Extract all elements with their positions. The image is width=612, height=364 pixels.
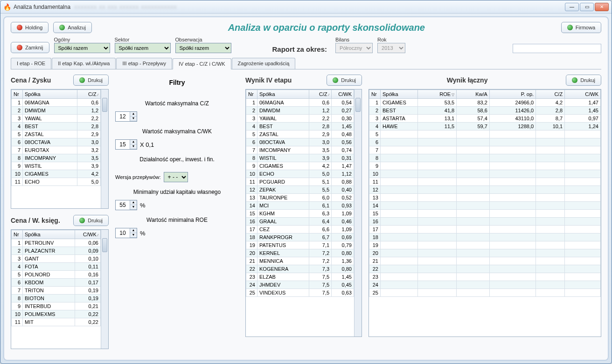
table-row[interactable]: 2BEST41,858,611426,02,81,45 — [369, 107, 601, 115]
table-row[interactable]: 15 — [369, 210, 601, 218]
table-row[interactable]: 14 — [369, 202, 601, 210]
obserwacja-select[interactable]: Spółki razem — [175, 43, 231, 53]
table-row[interactable]: 8BIOTON0,19 — [12, 295, 101, 302]
analizuj-button[interactable]: Analizuj — [53, 22, 92, 33]
table-row[interactable]: 4BEST2,81,45 — [246, 123, 354, 130]
col-nr[interactable]: Nr — [12, 230, 23, 239]
table-row[interactable]: 16GRAAL6,40,46 — [246, 218, 354, 226]
table-row[interactable]: 2DMWDM1,2 — [12, 107, 101, 115]
maximize-button[interactable]: ▭ — [580, 3, 594, 11]
firmowa-button[interactable]: Firmowa — [561, 22, 601, 33]
table-row[interactable]: 19PATENTUS7,10,79 — [246, 241, 354, 249]
table-row[interactable]: 11ECHO5,0 — [12, 178, 101, 186]
scrollbar[interactable] — [354, 89, 362, 337]
col-pop[interactable]: P. op. — [489, 90, 536, 99]
table-row[interactable]: 15KGHM6,31,09 — [246, 210, 354, 218]
col-cz[interactable]: C/Z/ — [77, 90, 101, 99]
table-row[interactable]: 24JHMDEV7,50,45 — [246, 281, 354, 289]
col-cz[interactable]: C/Z — [536, 90, 565, 99]
holding-button[interactable]: Holding — [11, 22, 49, 33]
col-spolka[interactable]: Spółka — [23, 90, 77, 99]
table-row[interactable]: 17 — [369, 226, 601, 234]
max-cwk-spinner[interactable]: ▲▼ — [115, 139, 137, 150]
col-spolka[interactable]: Spółka — [257, 90, 309, 99]
tab-4[interactable]: Zagrożenie upadłością — [232, 58, 296, 69]
table-row[interactable]: 11MIT0,22 — [12, 318, 101, 326]
col-roe[interactable]: ROE▽ — [418, 90, 457, 99]
table-row[interactable]: 3GANT0,10 — [12, 255, 101, 263]
col-spolka[interactable]: Spółka — [23, 230, 75, 239]
tab-3[interactable]: IV etap - C/Z i C/WK — [173, 58, 231, 69]
spin-down-icon[interactable]: ▼ — [130, 117, 137, 121]
spin-up-icon[interactable]: ▲ — [130, 112, 137, 117]
table-row[interactable]: 18RANKPROGR6,70,69 — [246, 234, 354, 241]
table-row[interactable]: 5ZASTAL2,90,48 — [246, 130, 354, 138]
table-row[interactable]: 4FOTA0,11 — [12, 263, 101, 271]
drukuj-cz-button[interactable]: Drukuj — [73, 75, 109, 86]
spin-up-icon[interactable]: ▲ — [130, 228, 137, 233]
table-row[interactable]: 608OCTAVA3,00,56 — [246, 138, 354, 146]
col-cwk[interactable]: C/WK/ — [75, 230, 101, 239]
tab-1[interactable]: II etap Kap. wł./Aktywa — [52, 58, 116, 69]
table-row[interactable]: 22 — [369, 265, 601, 273]
wynikL-grid[interactable]: Nr Spółka ROE▽ Kw/A P. op. C/Z C/WK 1CIG… — [369, 89, 601, 337]
col-nr[interactable]: Nr — [369, 90, 381, 99]
table-row[interactable]: 22KOGENERA7,30,80 — [246, 265, 354, 273]
table-row[interactable]: 10POLIMEXMS0,22 — [12, 310, 101, 318]
udz-spinner[interactable]: ▲▼ — [115, 200, 137, 210]
table-row[interactable]: 9WISTIL3,9 — [12, 162, 101, 170]
table-row[interactable]: 106MAGNA0,60,54 — [246, 99, 354, 107]
table-row[interactable]: 16 — [369, 218, 601, 226]
col-spolka[interactable]: Spółka — [381, 90, 418, 99]
table-row[interactable]: 7 — [369, 146, 601, 154]
table-row[interactable]: 5ZASTAL2,9 — [12, 130, 101, 138]
roe-spinner[interactable]: ▲▼ — [115, 228, 137, 238]
table-row[interactable]: 12 — [369, 186, 601, 194]
table-row[interactable]: 6KBDOM0,17 — [12, 279, 101, 287]
table-row[interactable]: 25 — [369, 289, 601, 297]
table-row[interactable]: 2PLAZACNTR0,09 — [12, 247, 101, 255]
table-row[interactable]: 23ELZAB7,51,45 — [246, 273, 354, 281]
col-cwk[interactable]: C/WK — [332, 90, 354, 99]
table-row[interactable]: 5 — [369, 130, 601, 138]
close-button[interactable]: ✕ — [595, 3, 609, 11]
table-row[interactable]: 8 — [369, 154, 601, 162]
table-row[interactable]: 8WISTIL3,90,31 — [246, 154, 354, 162]
table-row[interactable]: 7EUROTAX3,2 — [12, 146, 101, 154]
table-row[interactable]: 25VINDEXUS7,50,63 — [246, 289, 354, 297]
col-kwa[interactable]: Kw/A — [457, 90, 490, 99]
table-row[interactable]: 4HAWE11,559,71288,010,11,24 — [369, 123, 601, 130]
zamknij-button[interactable]: Zamknij — [11, 42, 49, 53]
tab-2[interactable]: III etap - Przepływy — [116, 58, 172, 69]
spin-up-icon[interactable]: ▲ — [130, 200, 137, 205]
ogolny-select[interactable]: Spółki razem — [54, 43, 110, 53]
col-cz[interactable]: C/Z/ — [309, 90, 332, 99]
drukuj-wynikL-button[interactable]: Drukuj — [566, 75, 601, 86]
wynik4-grid[interactable]: Nr Spółka C/Z/ C/WK 106MAGNA0,60,542DMWD… — [246, 89, 354, 337]
table-row[interactable]: 14MCI6,10,93 — [246, 202, 354, 210]
table-row[interactable]: 3ASTARTA13,157,443110,08,70,97 — [369, 115, 601, 123]
table-row[interactable]: 21 — [369, 257, 601, 265]
table-row[interactable]: 21MENNICA7,21,36 — [246, 257, 354, 265]
scrollbar[interactable] — [101, 89, 108, 208]
table-row[interactable]: 19 — [369, 241, 601, 249]
wersja-select[interactable]: + - - — [164, 172, 188, 182]
tab-0[interactable]: I etap - ROE — [11, 58, 51, 69]
table-row[interactable]: 4BEST2,8 — [12, 123, 101, 130]
table-row[interactable]: 5POLNORD0,16 — [12, 271, 101, 279]
table-row[interactable]: 9CIGAMES4,21,47 — [246, 162, 354, 170]
scrollbar[interactable] — [101, 230, 108, 349]
minimize-button[interactable]: — — [565, 3, 579, 11]
spin-down-icon[interactable]: ▼ — [130, 144, 137, 149]
table-row[interactable]: 7TRITON0,19 — [12, 287, 101, 295]
table-row[interactable]: 10ECHO5,01,12 — [246, 170, 354, 178]
table-row[interactable]: 2DMWDM1,20,27 — [246, 107, 354, 115]
spin-down-icon[interactable]: ▼ — [130, 233, 137, 238]
table-row[interactable]: 608OCTAVA3,0 — [12, 138, 101, 146]
sektor-select[interactable]: Spółki razem — [115, 43, 171, 53]
table-row[interactable]: 17CEZ6,61,09 — [246, 226, 354, 234]
table-row[interactable]: 8IMCOMPANY3,5 — [12, 154, 101, 162]
spin-up-icon[interactable]: ▲ — [130, 140, 137, 144]
table-row[interactable]: 23 — [369, 273, 601, 281]
table-row[interactable]: 106MAGNA0,6 — [12, 99, 101, 107]
